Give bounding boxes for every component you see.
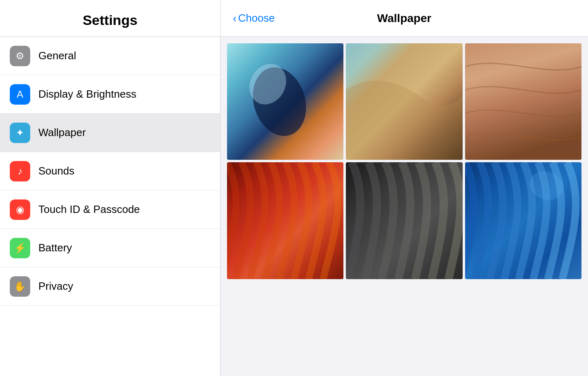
main-title: Wallpaper <box>377 12 432 25</box>
sidebar-item-label-privacy: Privacy <box>38 280 73 293</box>
wallpaper-canvas-wp6 <box>465 162 581 279</box>
sidebar-title: Settings <box>12 12 208 28</box>
sidebar-header: Settings <box>0 0 220 37</box>
wallpaper-canvas-wp3 <box>465 43 581 160</box>
chevron-left-icon: ‹ <box>233 13 236 24</box>
privacy-icon: ✋ <box>10 276 30 297</box>
main-header: ‹ Choose Wallpaper <box>220 0 588 37</box>
wallpaper-grid <box>220 37 588 376</box>
general-icon: ⚙ <box>10 46 30 66</box>
sidebar-item-privacy[interactable]: ✋Privacy <box>0 267 220 306</box>
wallpaper-canvas-wp2 <box>346 43 462 160</box>
sidebar-item-general[interactable]: ⚙General <box>0 37 220 75</box>
sidebar-item-label-display: Display & Brightness <box>38 88 136 101</box>
wallpaper-thumb-wp5[interactable] <box>346 162 462 279</box>
wallpaper-thumb-wp2[interactable] <box>346 43 462 160</box>
wallpaper-icon: ✦ <box>10 123 30 143</box>
sounds-icon: ♪ <box>10 161 30 181</box>
main-content: ‹ Choose Wallpaper <box>220 0 588 376</box>
sidebar-item-label-sounds: Sounds <box>38 165 74 177</box>
sidebar: Settings ⚙GeneralADisplay & Brightness✦W… <box>0 0 220 376</box>
sidebar-item-wallpaper[interactable]: ✦Wallpaper <box>0 114 220 152</box>
wallpaper-canvas-wp5 <box>346 162 462 279</box>
sidebar-item-sounds[interactable]: ♪Sounds <box>0 152 220 190</box>
sidebar-item-battery[interactable]: ⚡Battery <box>0 229 220 267</box>
sidebar-item-label-wallpaper: Wallpaper <box>38 126 86 139</box>
sidebar-item-label-touchid: Touch ID & Passcode <box>38 203 140 216</box>
sidebar-item-touchid[interactable]: ◉Touch ID & Passcode <box>0 190 220 229</box>
wallpaper-thumb-wp3[interactable] <box>465 43 581 160</box>
wallpaper-canvas-wp1 <box>227 43 343 160</box>
wallpaper-thumb-wp1[interactable] <box>227 43 343 160</box>
wallpaper-thumb-wp4[interactable] <box>227 162 343 279</box>
wallpaper-thumb-wp6[interactable] <box>465 162 581 279</box>
back-label: Choose <box>238 12 275 25</box>
back-button[interactable]: ‹ Choose <box>233 12 275 25</box>
sidebar-items: ⚙GeneralADisplay & Brightness✦Wallpaper♪… <box>0 37 220 306</box>
sidebar-item-display[interactable]: ADisplay & Brightness <box>0 75 220 114</box>
battery-icon: ⚡ <box>10 238 30 258</box>
sidebar-item-label-general: General <box>38 49 76 62</box>
sidebar-item-label-battery: Battery <box>38 242 72 254</box>
wallpaper-canvas-wp4 <box>227 162 343 279</box>
display-icon: A <box>10 84 30 105</box>
touchid-icon: ◉ <box>10 199 30 220</box>
